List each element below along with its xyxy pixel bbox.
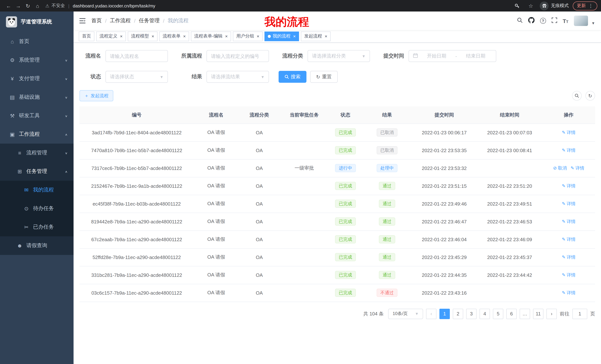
detail-link[interactable]: ✎详情 [562,183,576,189]
tab-item-4[interactable]: 流程表单-编辑× [191,31,231,41]
status-select[interactable]: 请选择状态 ▼ [105,71,168,83]
sidebar-item-task-mgmt[interactable]: ⊞任务管理∧ [0,162,74,181]
detail-link[interactable]: ✎详情 [562,236,576,242]
date-range-picker[interactable]: 开始日期 - 结束日期 [409,50,496,62]
pagination-total: 共 104 条 [363,310,384,317]
user-avatar[interactable] [574,16,588,26]
cancel-link[interactable]: ⊘取消 [553,165,567,171]
tab-item-5[interactable]: 用户分组× [233,31,263,41]
page-button-…[interactable]: … [520,308,530,319]
result-badge: 通过 [379,200,395,208]
breadcrumb-current: 我的流程 [168,18,189,24]
cell-status: 已完成 [328,213,362,230]
github-icon[interactable] [528,17,534,25]
detail-link[interactable]: ✎详情 [562,201,576,207]
prev-page-button[interactable]: ‹ [426,308,436,319]
close-icon[interactable]: × [257,34,259,39]
create-process-button[interactable]: ＋ 发起流程 [80,90,113,101]
page-button-11[interactable]: 11 [533,308,543,319]
action-label: 详情 [575,165,584,171]
breadcrumb-home[interactable]: 首页 [91,18,102,24]
cell-submit-time: 2022-01-22 23:51:15 [411,177,477,195]
page-button-6[interactable]: 6 [506,308,517,319]
tab-item-7[interactable]: 发起流程× [301,31,331,41]
cell-current-task[interactable]: 一级审批 [280,159,328,177]
toggle-search-icon[interactable] [572,91,582,101]
tab-item-6[interactable]: 我的流程× [264,31,299,41]
tab-item-2[interactable]: 流程模型× [128,31,158,41]
cell-id: ec45f38f-7b9a-11ec-b03b-acde48001122 [80,195,194,213]
goto-page-input[interactable] [572,308,587,319]
page-button-1[interactable]: 1 [440,308,450,319]
bookmark-star-icon[interactable]: ☆ [526,1,536,10]
detail-link[interactable]: ✎详情 [562,129,576,136]
refresh-table-icon[interactable]: ↻ [585,91,595,101]
sidebar-item-my-process[interactable]: ✉我的流程 [0,181,74,199]
sidebar-item-process-mgmt[interactable]: ≡流程管理∨ [0,144,74,162]
page-button-2[interactable]: 2 [453,308,463,319]
filter-category: 流程分类 请选择流程分类 ▼ [279,50,370,62]
chevron-up-icon: ∧ [65,133,68,136]
close-icon[interactable]: × [183,34,186,39]
detail-link[interactable]: ✎详情 [562,290,576,296]
sidebar-item-leave-query[interactable]: ☻请假查询 [0,236,74,255]
sidebar-item-infrastructure[interactable]: ▤基础设施∨ [0,88,74,106]
help-icon[interactable]: ? [540,18,546,24]
sidebar-item-workflow[interactable]: ▣工作流程∧ [0,125,74,144]
sidebar-item-payment[interactable]: ¥支付管理∨ [0,69,74,88]
edit-icon: ✎ [562,272,566,278]
detail-link[interactable]: ✎详情 [562,254,576,260]
browser-forward-icon[interactable]: → [13,1,23,10]
sidebar-item-system[interactable]: ⚙系统管理∨ [0,51,74,69]
incognito-badge[interactable]: 无痕模式 [540,1,569,10]
gear-icon: ⚙ [8,57,16,63]
browser-home-icon[interactable]: ⌂ [33,1,42,10]
page-button-5[interactable]: 5 [493,308,503,319]
detail-link[interactable]: ✎详情 [562,147,576,153]
detail-link[interactable]: ✎详情 [571,165,584,171]
result-badge: 通过 [379,235,395,243]
sidebar-item-todo-tasks[interactable]: ⊙待办任务 [0,199,74,218]
detail-link[interactable]: ✎详情 [562,218,576,225]
next-page-button[interactable]: › [546,308,557,319]
close-icon[interactable]: × [293,34,296,39]
page-button-4[interactable]: 4 [480,308,490,319]
page-button-3[interactable]: 3 [466,308,477,319]
search-icon[interactable] [517,17,523,24]
tab-item-1[interactable]: 流程定义× [96,31,126,41]
tab-label: 流程模型 [131,33,149,39]
status-badge: 已完成 [335,253,356,261]
close-icon[interactable]: × [151,34,154,39]
search-button[interactable]: 搜索 [279,71,306,83]
category-select[interactable]: 请选择流程分类 ▼ [308,50,370,62]
reset-button[interactable]: ↻ 重置 [310,71,338,83]
page-size-select[interactable]: 10条/页 ▼ [388,308,423,319]
close-icon[interactable]: × [225,34,228,39]
cell-end-time [477,284,542,302]
detail-link[interactable]: ✎详情 [562,272,576,278]
process-name-input[interactable] [105,50,168,62]
tab-item-0[interactable]: 首页 [79,31,94,41]
action-label: 详情 [567,201,576,207]
update-button[interactable]: 更新 ⋮ [573,1,597,10]
browser-back-icon[interactable]: ← [4,1,13,10]
font-size-icon[interactable]: TT [563,18,569,24]
cell-status: 已完成 [328,230,362,248]
close-icon[interactable]: × [120,34,123,39]
browser-menu-icon[interactable]: ⋮ [588,3,593,9]
breadcrumb-workflow[interactable]: 工作流程 [110,18,131,24]
close-icon[interactable]: × [325,34,327,39]
breadcrumb-task-mgmt[interactable]: 任务管理 [139,18,160,24]
fullscreen-icon[interactable] [551,17,557,24]
sidebar-item-home[interactable]: ⌂首页 [0,32,74,51]
key-icon[interactable] [512,1,522,10]
browser-reload-icon[interactable]: ↻ [23,1,33,10]
cell-category: OA [239,195,280,213]
sidebar-item-devtools[interactable]: ⚒研发工具∨ [0,106,74,125]
address-bar[interactable]: ⚠ 不安全 | dashboard.yudao.iocoder.cn/bpm/t… [45,3,509,9]
process-def-input[interactable] [207,50,269,62]
sidebar-item-done-tasks[interactable]: ✂已办任务 [0,218,74,236]
result-select[interactable]: 请选择流结果 ▼ [207,71,269,83]
tab-item-3[interactable]: 流程表单× [159,31,189,41]
hamburger-icon[interactable] [80,18,85,23]
